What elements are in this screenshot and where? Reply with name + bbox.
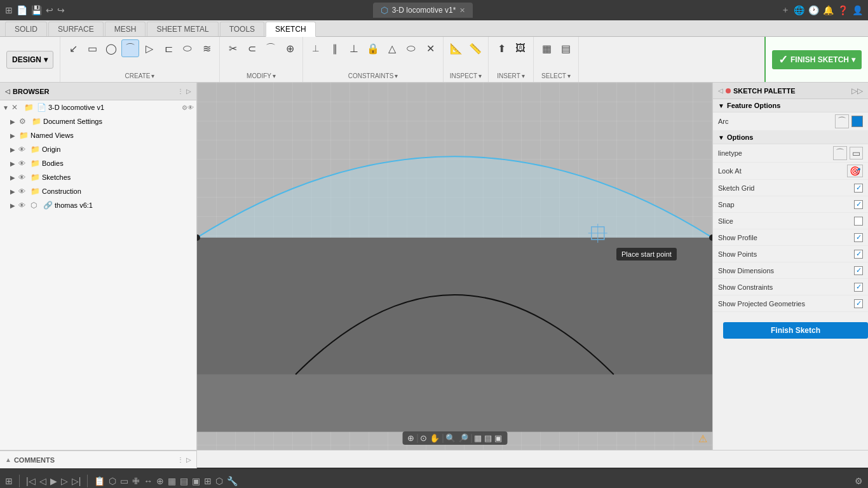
options-section[interactable]: ▼ Options [713, 131, 868, 144]
bottom-canvas-icon-8[interactable]: ▣ [494, 433, 502, 443]
sketch-palette-collapse-icon[interactable]: ◁ [718, 87, 723, 94]
tree-construction[interactable]: ▶ 👁 📁 Construction [0, 184, 196, 198]
offset-curve-tool[interactable]: ⊕ [281, 39, 299, 57]
app-tab-close[interactable]: ✕ [459, 6, 465, 15]
bottom-canvas-icon-6[interactable]: ▦ [474, 433, 482, 443]
lock-tool[interactable]: 🔒 [364, 39, 382, 57]
finish-sketch-palette-button[interactable]: Finish Sketch [723, 322, 868, 339]
look-at-icon[interactable]: 🎯 [847, 165, 863, 177]
select-tool-2[interactable]: ▤ [557, 39, 574, 57]
bt-prev-icon[interactable]: ◁ [39, 476, 46, 486]
tangent-tool[interactable]: ✕ [421, 39, 439, 57]
canvas-area[interactable]: Place start point ⊕ ⊙ ✋ 🔍 🔎 ▦ ▤ ▣ ⚠ [197, 83, 712, 450]
polygon-tool[interactable]: ▷ [140, 39, 158, 57]
feature-options-section[interactable]: ▼ Feature Options [713, 99, 868, 112]
construction-eye-icon[interactable]: 👁 [18, 187, 29, 195]
measure-tool[interactable]: 📐 [447, 39, 465, 57]
bottom-canvas-icon-3[interactable]: ✋ [430, 433, 440, 443]
bt-sketch-icon-8[interactable]: ▤ [180, 476, 188, 486]
tree-root[interactable]: ▼ ✕ 📁 📄 3-D locomotive v1 ⚙ 👁 [0, 100, 196, 114]
tree-doc-settings[interactable]: ▶ ⚙ 📁 Document Settings [0, 114, 196, 128]
tree-bodies[interactable]: ▶ 👁 📁 Bodies [0, 156, 196, 170]
bt-sketch-icon-2[interactable]: ⬡ [109, 476, 116, 486]
show-profile-checkbox[interactable]: ✓ [854, 233, 863, 242]
tree-origin[interactable]: ▶ 👁 📁 Origin [0, 142, 196, 156]
tab-sketch[interactable]: SKETCH [266, 22, 316, 37]
perpendicular-tool[interactable]: ⊥ [345, 39, 363, 57]
tree-thomas[interactable]: ▶ 👁 ⬡ 🔗 thomas v6:1 [0, 198, 196, 212]
fillet-tool[interactable]: ⌒ [262, 39, 280, 57]
slice-checkbox[interactable] [854, 217, 863, 226]
bt-sketch-icon-5[interactable]: ↔ [144, 476, 153, 486]
parallel-tool[interactable]: ∥ [326, 39, 344, 57]
bottom-canvas-icon-2[interactable]: ⊙ [420, 433, 427, 443]
root-extra-icon[interactable]: ⚙ [182, 104, 187, 111]
sketch-grid-checkbox[interactable]: ✓ [854, 184, 863, 193]
show-projected-checkbox[interactable]: ✓ [854, 299, 863, 308]
origin-eye-icon[interactable]: 👁 [18, 146, 29, 153]
tab-solid[interactable]: SOLID [5, 22, 47, 36]
extend-tool[interactable]: ⊂ [243, 39, 261, 57]
bt-sketch-icon-9[interactable]: ▣ [192, 476, 200, 486]
bt-sketch-icon-6[interactable]: ⊕ [156, 476, 164, 486]
bt-sketch-icon-3[interactable]: ▭ [120, 476, 128, 486]
snap-checkbox[interactable]: ✓ [854, 200, 863, 209]
bt-sketch-icon-11[interactable]: ⬡ [215, 476, 223, 486]
linetype-icon2[interactable]: ▭ [850, 147, 863, 159]
offset-tool[interactable]: ≋ [198, 39, 215, 57]
tab-mesh[interactable]: MESH [105, 22, 146, 36]
comments-side-icon[interactable]: ▷ [186, 456, 191, 463]
show-dimensions-checkbox[interactable]: ✓ [854, 266, 863, 275]
coincident-tool[interactable]: ⟂ [307, 39, 325, 57]
bottom-canvas-icon-7[interactable]: ▤ [484, 433, 492, 443]
rect-tool[interactable]: ▭ [83, 39, 101, 57]
triangle-tool[interactable]: △ [383, 39, 401, 57]
bt-sketch-icon-1[interactable]: 📋 [94, 476, 105, 486]
tab-sheet-metal[interactable]: SHEET METAL [147, 22, 218, 36]
ellipse-tool[interactable]: ⬭ [179, 39, 196, 57]
bt-sketch-icon-12[interactable]: 🔧 [227, 476, 238, 486]
insert-image-tool[interactable]: 🖼 [512, 39, 529, 57]
bt-sketch-icon-7[interactable]: ▦ [168, 476, 176, 486]
bt-settings-icon[interactable]: ⚙ [855, 476, 863, 486]
show-points-checkbox[interactable]: ✓ [854, 250, 863, 259]
add-tab-icon[interactable]: ＋ [781, 4, 790, 16]
file-icon[interactable]: 📄 [17, 5, 27, 15]
line-tool[interactable]: ↙ [64, 39, 82, 57]
tab-surface[interactable]: SURFACE [48, 22, 104, 36]
clock-icon[interactable]: 🕐 [808, 5, 819, 15]
spline-tool[interactable]: ⊏ [159, 39, 177, 57]
sketches-eye-icon[interactable]: 👁 [18, 173, 29, 181]
circle-tool[interactable]: ◯ [102, 39, 120, 57]
trim-tool[interactable]: ✂ [224, 39, 241, 57]
arc-tool active[interactable]: ⌒ [121, 39, 139, 57]
comments-chevron-icon[interactable]: ▲ [5, 456, 11, 463]
bottom-canvas-icon-1[interactable]: ⊕ [407, 433, 414, 443]
help-icon[interactable]: ❓ [837, 5, 848, 15]
arc-color-swatch[interactable] [851, 116, 863, 127]
app-tab[interactable]: ⬡ 3-D locomotive v1* ✕ [373, 3, 473, 18]
select-tool-1[interactable]: ▦ [538, 39, 555, 57]
bt-grid-icon[interactable]: ⊞ [5, 476, 13, 486]
grid-icon[interactable]: ⊞ [5, 5, 13, 15]
bottom-canvas-icon-4[interactable]: 🔍 [445, 433, 456, 443]
save-icon[interactable]: 💾 [31, 5, 42, 15]
finish-sketch-button[interactable]: ✓ FINISH SKETCH ▾ [772, 50, 862, 69]
bodies-eye-icon[interactable]: 👁 [18, 159, 29, 167]
ellipse2-tool[interactable]: ⬭ [402, 39, 420, 57]
comments-expand-icon[interactable]: ⋮ [177, 456, 184, 463]
bottom-canvas-icon-5[interactable]: 🔎 [458, 433, 468, 443]
browser-expand-icon[interactable]: ⋮ [177, 88, 184, 95]
tab-tools[interactable]: TOOLS [220, 22, 264, 36]
bt-prev-end-icon[interactable]: |◁ [26, 476, 36, 486]
sketch-palette-expand-icon[interactable]: ▷▷ [851, 86, 863, 95]
browser-side-icon[interactable]: ▷ [186, 88, 191, 95]
inspect-tool[interactable]: 📏 [466, 39, 484, 57]
bell-icon[interactable]: 🔔 [823, 5, 834, 15]
show-constraints-checkbox[interactable]: ✓ [854, 283, 863, 292]
tree-sketches[interactable]: ▶ 👁 📁 Sketches [0, 170, 196, 184]
insert-up-tool[interactable]: ⬆ [492, 39, 510, 57]
user-icon[interactable]: 👤 [852, 5, 863, 15]
tree-named-views[interactable]: ▶ 📁 Named Views [0, 128, 196, 142]
browser-collapse-icon[interactable]: ◁ [5, 88, 10, 95]
